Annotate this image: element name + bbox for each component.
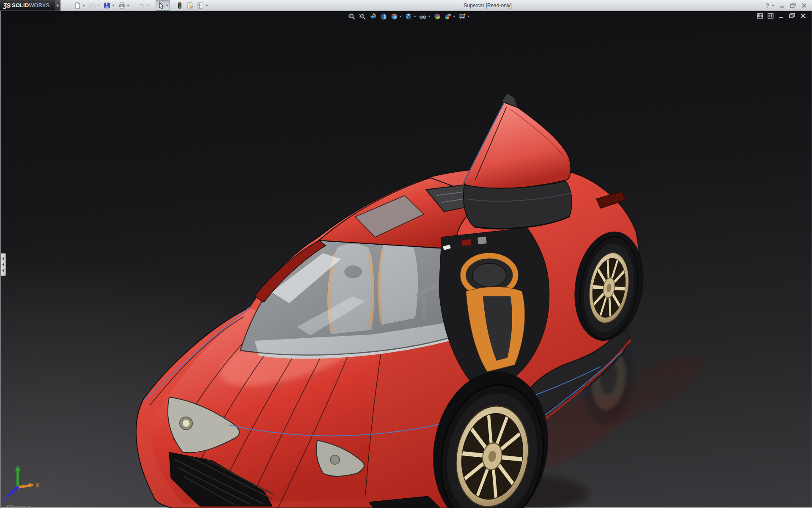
minimize-icon (779, 3, 785, 8)
pane-right-icon (768, 13, 774, 19)
headsup-view-toolbar (347, 12, 471, 21)
zoom-to-area-icon (359, 13, 366, 20)
restore-button[interactable] (790, 3, 796, 8)
3d-model-supercar[interactable] (1, 11, 812, 508)
solidworks-logo: ƷS SOLIDWORKS (0, 0, 55, 11)
minimize-button[interactable] (779, 3, 785, 8)
chevron-left-icon (2, 257, 4, 260)
close-icon (801, 3, 807, 8)
edit-appearance-button[interactable] (432, 12, 442, 21)
dropdown-caret-icon[interactable] (206, 5, 208, 6)
featuremanager-collapsed-tab[interactable] (1, 253, 6, 276)
minimize-document-button[interactable] (778, 13, 784, 19)
undo-arrow-icon (138, 2, 145, 9)
dropdown-caret-icon[interactable] (127, 5, 129, 6)
graphics-viewport[interactable]: X Z *Dimetric (0, 11, 812, 508)
hide-show-items-button[interactable] (418, 12, 432, 21)
apply-scene-icon (444, 13, 452, 20)
toggle-left-pane-button[interactable] (757, 13, 763, 19)
reference-triad: X Z (3, 463, 41, 502)
section-view-icon (380, 13, 387, 20)
dropdown-caret-icon[interactable] (414, 16, 416, 17)
triad-x-label: X (36, 482, 39, 489)
options-button[interactable] (195, 0, 210, 11)
close-button[interactable] (801, 3, 807, 8)
toggle-right-pane-button[interactable] (768, 13, 774, 19)
chevron-left-icon (2, 263, 4, 266)
chevron-left-icon (2, 269, 4, 272)
display-style-icon (405, 13, 412, 20)
open-button[interactable] (87, 0, 102, 11)
brand-name-light: WORKS (29, 3, 49, 8)
zoom-to-fit-icon (348, 13, 356, 20)
standard-toolbar (72, 0, 210, 11)
help-dropdown-caret-icon[interactable] (772, 5, 774, 6)
restore-icon (790, 3, 796, 8)
zoom-to-area-button[interactable] (357, 12, 368, 21)
new-document-icon (74, 2, 81, 9)
menu-expand-button[interactable] (55, 0, 60, 11)
dropdown-caret-icon[interactable] (112, 5, 115, 6)
apply-scene-button[interactable] (443, 12, 457, 21)
save-floppy-icon (104, 2, 110, 9)
view-settings-button[interactable] (457, 12, 471, 21)
close-icon (800, 13, 806, 19)
edit-appearance-icon (433, 13, 441, 20)
minimize-icon (778, 13, 784, 19)
select-button[interactable] (156, 0, 170, 11)
undo-button[interactable] (136, 0, 151, 11)
close-document-button[interactable] (800, 13, 806, 19)
previous-view-icon (369, 13, 377, 20)
dropdown-caret-icon[interactable] (399, 16, 402, 17)
help-button[interactable]: ? (765, 2, 769, 9)
document-title: Supercar [Read-only] (210, 3, 765, 8)
dropdown-caret-icon[interactable] (82, 5, 85, 6)
hide-show-items-icon (419, 13, 427, 20)
select-cursor-icon (157, 2, 164, 9)
view-orientation-label: *Dimetric (6, 504, 30, 508)
restore-document-button[interactable] (789, 13, 796, 19)
dropdown-caret-icon[interactable] (166, 5, 168, 6)
print-button[interactable] (117, 0, 131, 11)
document-window-controls (757, 13, 806, 19)
rebuild-traffic-light-icon (177, 2, 183, 9)
open-folder-icon (89, 2, 96, 9)
triad-z-label: Z (4, 496, 8, 502)
restore-icon (789, 13, 796, 19)
rebuild-button[interactable] (175, 0, 184, 11)
display-style-button[interactable] (403, 12, 417, 21)
section-view-button[interactable] (379, 12, 389, 21)
dropdown-caret-icon (97, 5, 100, 6)
previous-view-button[interactable] (368, 12, 378, 21)
solidworks-window: ƷS SOLIDWORKS (0, 0, 812, 508)
new-button[interactable] (72, 0, 87, 11)
view-orientation-button[interactable] (389, 12, 403, 21)
options-checklist-icon (197, 2, 204, 9)
dropdown-caret-icon (146, 5, 149, 6)
solidworks-logo-glyph: ƷS (3, 2, 10, 9)
chevron-right-icon (57, 4, 59, 7)
dropdown-caret-icon[interactable] (467, 16, 470, 17)
dropdown-caret-icon[interactable] (453, 16, 455, 17)
file-properties-button[interactable] (185, 0, 195, 11)
print-icon (118, 2, 125, 9)
window-controls: ? (765, 2, 812, 9)
zoom-to-fit-button[interactable] (347, 12, 357, 21)
pane-left-icon (757, 13, 763, 19)
save-button[interactable] (102, 0, 116, 11)
view-settings-icon (458, 13, 466, 20)
butterfly-door-open (464, 93, 572, 229)
title-bar: ƷS SOLIDWORKS (0, 0, 812, 11)
brand-name-bold: SOLID (12, 3, 29, 8)
file-properties-icon (187, 2, 193, 9)
dropdown-caret-icon[interactable] (428, 16, 431, 17)
view-orientation-icon (390, 13, 398, 20)
